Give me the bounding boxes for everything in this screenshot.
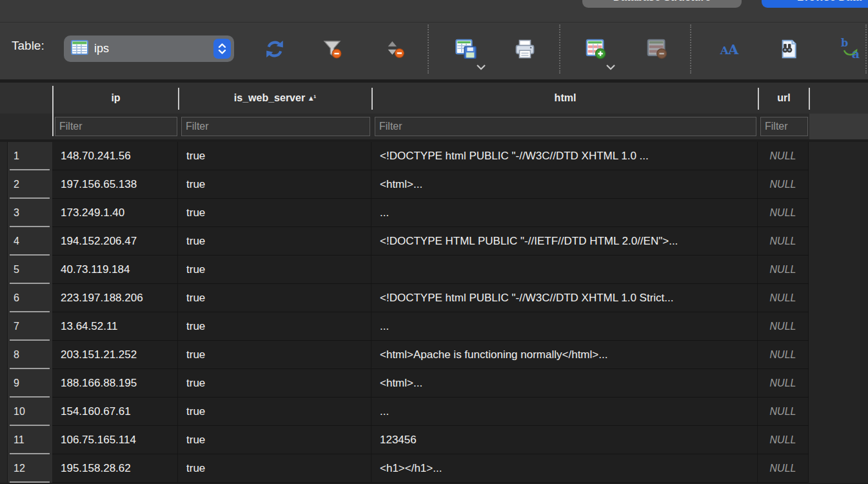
toolbar-separator: [559, 25, 560, 74]
toolbar-separator: [428, 25, 429, 74]
sort-ascending-icon: ▴¹: [309, 94, 317, 103]
table-row[interactable]: 12195.158.28.62true<h1></h1>...NULL: [0, 454, 868, 483]
find-in-document-icon: [778, 39, 799, 59]
table-row[interactable]: 1148.70.241.56true<!DOCTYPE html PUBLIC …: [0, 142, 868, 170]
font-size-button[interactable]: AA: [718, 37, 741, 61]
cell-ip: 13.64.52.11: [52, 312, 178, 341]
cell-is-web-server: true: [178, 227, 371, 256]
table-row[interactable]: 10154.160.67.61true...NULL: [0, 398, 868, 426]
table-row[interactable]: 9188.166.88.195true<html>...NULL: [0, 369, 868, 398]
cell-html: <html>...: [371, 369, 758, 398]
table-dropdown-value: ips: [94, 42, 109, 55]
row-number: 4: [8, 227, 52, 256]
cell-html: [371, 256, 758, 284]
cell-is-web-server: true: [178, 426, 371, 454]
insert-record-button[interactable]: [584, 37, 607, 61]
table-selector-label: Table:: [12, 39, 44, 53]
db-browser-window: Database Structure Browse Data Table: ip…: [0, 0, 868, 484]
row-number: 9: [8, 369, 52, 398]
cell-ip: 148.70.241.56: [52, 142, 178, 170]
table-row[interactable]: 3173.249.1.40true...NULL: [0, 199, 868, 227]
table-row[interactable]: 713.64.52.11true...NULL: [0, 312, 868, 341]
table-row[interactable]: 6223.197.188.206true<!DOCTYPE html PUBLI…: [0, 284, 868, 312]
cell-html: <!DOCTYPE html PUBLIC "-//W3C//DTD XHTML…: [371, 142, 758, 170]
table-row[interactable]: 11106.75.165.114true123456NULL: [0, 426, 868, 454]
row-number: 5: [8, 256, 52, 284]
clear-sort-button[interactable]: [384, 37, 407, 61]
clear-sort-icon: [385, 39, 406, 59]
cell-is-web-server: true: [178, 199, 371, 227]
refresh-button[interactable]: [263, 37, 286, 61]
toolbar-separator: [690, 25, 691, 74]
insert-record-icon: [585, 38, 607, 60]
row-number: 1: [8, 142, 52, 170]
font-size-icon: AA: [720, 43, 739, 56]
cell-ip: 173.249.1.40: [52, 199, 178, 227]
cell-html: <!DOCTYPE html PUBLIC "-//W3C//DTD XHTML…: [371, 284, 758, 312]
column-header-url[interactable]: url: [758, 83, 809, 114]
cell-url: NULL: [758, 312, 809, 341]
save-results-dropdown-icon[interactable]: [475, 64, 487, 70]
delete-record-icon: [646, 38, 668, 60]
row-number: 2: [8, 170, 52, 199]
cell-url: NULL: [758, 199, 809, 227]
cell-url: NULL: [758, 142, 809, 170]
dropdown-stepper-icon[interactable]: [213, 39, 231, 59]
cell-is-web-server: true: [178, 341, 371, 369]
cell-html: 123456: [371, 426, 758, 454]
delete-record-button[interactable]: [646, 37, 669, 61]
cell-url: NULL: [758, 426, 809, 454]
cell-ip: 154.160.67.61: [52, 398, 178, 426]
cell-is-web-server: true: [178, 256, 371, 284]
row-number: 8: [8, 341, 52, 369]
cell-ip: 188.166.88.195: [52, 369, 178, 398]
results-grid: ip is_web_server ▴¹ html url: [0, 79, 868, 484]
cell-ip: 106.75.165.114: [52, 426, 178, 454]
toolbar-separator: [865, 25, 867, 74]
cell-html: <h1></h1>...: [371, 454, 758, 483]
tab-browse-data[interactable]: Browse Data: [762, 0, 868, 8]
row-number: 10: [8, 398, 52, 426]
filter-input-is-web-server[interactable]: [181, 117, 370, 136]
table-row[interactable]: 8203.151.21.252true<html>Apache is funct…: [0, 341, 868, 369]
cell-ip: 223.197.188.206: [52, 284, 178, 312]
filter-input-html[interactable]: [375, 117, 756, 136]
cell-url: NULL: [758, 369, 809, 398]
table-row[interactable]: 540.73.119.184trueNULL: [0, 256, 868, 284]
cell-is-web-server: true: [178, 454, 371, 483]
cell-ip: 203.151.21.252: [52, 341, 178, 369]
row-number: 3: [8, 199, 52, 227]
clear-filters-button[interactable]: [321, 37, 344, 61]
find-button[interactable]: [777, 37, 800, 61]
tab-database-structure[interactable]: Database Structure: [582, 0, 742, 8]
cell-url: NULL: [758, 170, 809, 199]
cell-html: <html>Apache is functioning normally</ht…: [371, 341, 758, 369]
table-row[interactable]: 2197.156.65.138true<html>...NULL: [0, 170, 868, 199]
column-header-html[interactable]: html: [372, 83, 758, 114]
cell-ip: 40.73.119.184: [52, 256, 178, 284]
cell-url: NULL: [758, 341, 809, 369]
row-number: 7: [8, 312, 52, 341]
row-number: 12: [8, 454, 52, 483]
print-button[interactable]: [513, 37, 537, 61]
cell-url: NULL: [758, 398, 809, 426]
column-header-ip[interactable]: ip: [53, 83, 179, 114]
save-results-button[interactable]: [455, 37, 478, 61]
tab-label: Browse Data: [797, 0, 862, 3]
replace-button[interactable]: b a: [838, 37, 862, 61]
cell-is-web-server: true: [178, 142, 371, 170]
table-dropdown[interactable]: ips: [64, 35, 234, 62]
refresh-icon: [264, 39, 285, 59]
filter-input-ip[interactable]: [55, 117, 177, 136]
insert-record-dropdown-icon[interactable]: [605, 64, 616, 70]
cell-ip: 194.152.206.47: [52, 227, 178, 256]
cell-html: <!DOCTYPE HTML PUBLIC "-//IETF//DTD HTML…: [371, 227, 758, 256]
divider: [0, 22, 868, 23]
cell-html: <html>...: [371, 170, 758, 199]
save-results-icon: [455, 38, 477, 60]
table-row[interactable]: 4194.152.206.47true<!DOCTYPE HTML PUBLIC…: [0, 227, 868, 256]
cell-ip: 197.156.65.138: [52, 170, 178, 199]
column-header-is-web-server[interactable]: is_web_server ▴¹: [179, 83, 372, 114]
row-number: 6: [8, 284, 52, 312]
filter-input-url[interactable]: [760, 117, 808, 136]
